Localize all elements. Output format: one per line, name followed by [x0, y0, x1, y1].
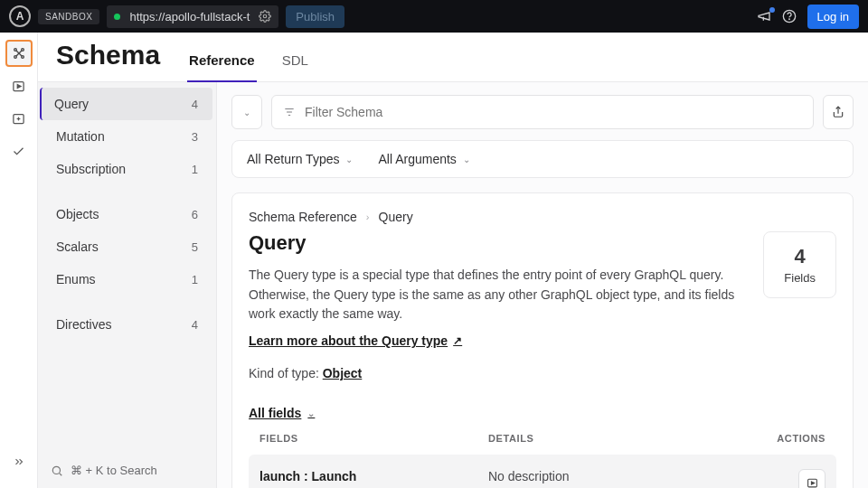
sidebar-item-query[interactable]: Query4 — [40, 88, 212, 120]
nav-schema-icon[interactable] — [5, 40, 33, 67]
field-name: launch : Launch — [259, 469, 488, 483]
learn-more-link[interactable]: Learn more about the Query type↗ — [249, 333, 462, 348]
chevron-down-icon: ⌄ — [463, 155, 470, 164]
arguments-dropdown[interactable]: All Arguments⌄ — [378, 152, 469, 166]
svg-point-2 — [788, 19, 789, 20]
endpoint-url[interactable]: https://apollo-fullstack-t — [107, 5, 278, 28]
filter-schema-input[interactable] — [271, 95, 814, 129]
nav-add-icon[interactable] — [5, 105, 33, 132]
chevron-down-icon: ⌄ — [345, 155, 353, 164]
svg-marker-8 — [17, 84, 21, 88]
sidebar-item-mutation[interactable]: Mutation3 — [42, 120, 212, 153]
external-link-icon: ↗ — [453, 334, 462, 347]
announcements-icon[interactable] — [757, 9, 775, 23]
sidebar-item-scalars[interactable]: Scalars5 — [42, 230, 212, 263]
schema-sidebar: Query4 Mutation3 Subscription1 Objects6 … — [38, 82, 217, 488]
collapse-toggle-button[interactable]: ⌄ — [231, 95, 262, 129]
field-count-box: 4 Fields — [763, 231, 836, 298]
breadcrumb-root[interactable]: Schema Reference — [249, 210, 357, 224]
sidebar-item-directives[interactable]: Directives4 — [42, 308, 212, 341]
nav-explorer-icon[interactable] — [5, 72, 33, 99]
kind-link[interactable]: Object — [323, 366, 363, 380]
type-description: The Query type is a special type that de… — [249, 266, 745, 324]
chevron-down-icon: ⌄ — [307, 408, 315, 418]
col-details: DETAILS — [488, 433, 717, 444]
search-shortcut[interactable]: ⌘ + K to Search — [38, 453, 216, 488]
return-types-dropdown[interactable]: All Return Types⌄ — [247, 152, 353, 166]
search-icon — [51, 465, 63, 477]
nav-expand-icon[interactable] — [5, 448, 33, 475]
tab-sdl[interactable]: SDL — [280, 52, 310, 82]
svg-line-13 — [60, 473, 62, 475]
play-icon — [807, 477, 818, 488]
svg-point-5 — [14, 56, 16, 59]
gear-icon[interactable] — [259, 10, 271, 23]
breadcrumb: Schema Reference › Query — [249, 210, 836, 224]
chevron-right-icon: › — [366, 211, 370, 222]
nav-checks-icon[interactable] — [5, 137, 33, 164]
apollo-logo[interactable]: A — [9, 5, 31, 27]
svg-point-3 — [14, 49, 16, 52]
svg-marker-19 — [811, 481, 814, 483]
svg-point-12 — [52, 466, 60, 474]
kind-of-type: Kind of type: Object — [249, 366, 836, 380]
all-fields-toggle[interactable]: All fields⌄ — [249, 406, 315, 420]
publish-button: Publish — [286, 5, 344, 28]
col-fields: FIELDS — [259, 433, 488, 444]
page-title: Schema — [56, 40, 160, 81]
run-field-button[interactable] — [798, 469, 826, 488]
status-online-icon — [114, 14, 120, 20]
help-icon[interactable] — [782, 9, 800, 23]
filter-icon — [283, 106, 296, 118]
breadcrumb-current: Query — [379, 210, 413, 224]
field-description: No description — [488, 469, 717, 483]
sidebar-item-objects[interactable]: Objects6 — [42, 198, 212, 230]
chevron-down-icon: ⌄ — [243, 108, 250, 117]
svg-point-4 — [21, 49, 24, 52]
col-actions: ACTIONS — [717, 433, 826, 444]
login-button[interactable]: Log in — [807, 5, 859, 29]
share-button[interactable] — [823, 95, 854, 129]
svg-point-6 — [21, 56, 24, 59]
sidebar-item-subscription[interactable]: Subscription1 — [42, 153, 212, 185]
sidebar-item-enums[interactable]: Enums1 — [42, 263, 212, 296]
field-row[interactable]: launch : Launch No description idID! — [249, 455, 836, 488]
sandbox-badge: SANDBOX — [38, 9, 99, 24]
tab-reference[interactable]: Reference — [187, 52, 257, 82]
nav-rail — [0, 33, 38, 488]
svg-point-0 — [264, 14, 268, 18]
type-title: Query — [249, 231, 745, 255]
notification-dot-icon — [769, 7, 775, 13]
endpoint-url-text: https://apollo-fullstack-t — [129, 10, 250, 23]
share-icon — [832, 106, 844, 118]
